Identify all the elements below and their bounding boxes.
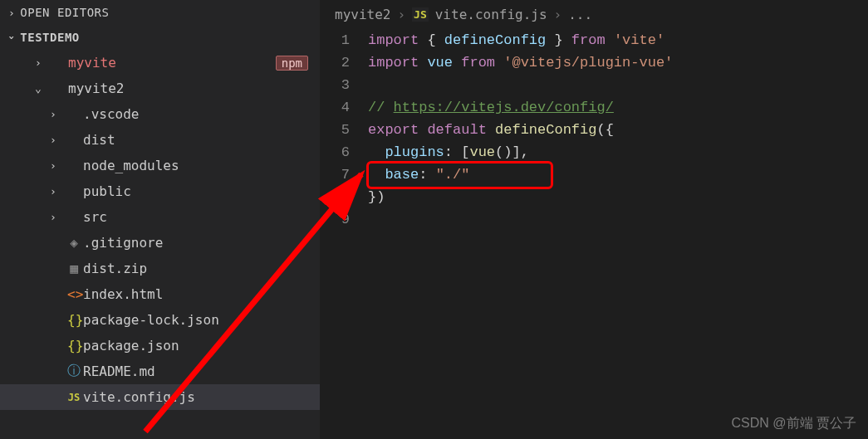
chevron-right-icon: › xyxy=(50,211,65,223)
chevron-right-icon: › xyxy=(50,134,65,146)
watermark-text: CSDN @前端 贾公子 xyxy=(732,415,856,432)
open-editors-label: OPEN EDITORS xyxy=(20,6,109,19)
line-number: 1 xyxy=(320,29,350,51)
js-icon: JS xyxy=(412,7,429,22)
tree-file[interactable]: {}package-lock.json xyxy=(0,307,320,333)
tree-folder[interactable]: ›myvitenpm xyxy=(0,50,320,76)
tree-folder[interactable]: ⌄myvite2 xyxy=(0,76,320,101)
tree-item-label: dist xyxy=(83,132,115,148)
line-number: 4 xyxy=(320,96,350,119)
npm-badge[interactable]: npm xyxy=(276,56,308,71)
breadcrumb-part[interactable]: myvite2 xyxy=(335,7,390,22)
tree-item-label: package.json xyxy=(83,338,179,354)
tree-file[interactable]: <>index.html xyxy=(0,281,320,307)
tree-item-label: .gitignore xyxy=(83,235,163,251)
tree-item-label: README.md xyxy=(83,363,155,379)
js-icon: JS xyxy=(65,392,83,403)
code-line[interactable]: }) xyxy=(368,186,868,208)
tree-file[interactable]: JSvite.config.js xyxy=(0,384,320,410)
code-line[interactable]: import { defineConfig } from 'vite' xyxy=(368,29,868,51)
tree-item-label: myvite xyxy=(68,55,116,71)
code-line[interactable]: import vue from '@vitejs/plugin-vue' xyxy=(368,51,868,74)
tree-item-label: node_modules xyxy=(83,158,179,173)
breadcrumb-part[interactable]: vite.config.js xyxy=(435,7,547,22)
tree-item-label: index.html xyxy=(83,286,163,302)
line-number: 9 xyxy=(320,208,350,231)
code-line[interactable]: // https://vitejs.dev/config/ xyxy=(368,96,868,119)
breadcrumb[interactable]: myvite2 › JS vite.config.js › ... xyxy=(320,0,868,29)
zip-icon: ▦ xyxy=(65,261,83,276)
tree-folder[interactable]: ›node_modules xyxy=(0,153,320,178)
chevron-down-icon: ⌄ xyxy=(35,82,50,95)
line-number: 3 xyxy=(320,74,350,96)
tree-folder[interactable]: ›src xyxy=(0,204,320,230)
tree-item-label: vite.config.js xyxy=(83,389,195,405)
tree-file[interactable]: {}package.json xyxy=(0,333,320,359)
code-line[interactable] xyxy=(368,208,868,231)
file-tree: ›myvitenpm⌄myvite2›.vscode›dist›node_mod… xyxy=(0,50,320,410)
code-line[interactable]: base: "./" xyxy=(368,163,868,186)
tree-item-label: myvite2 xyxy=(68,80,124,96)
tree-item-label: dist.zip xyxy=(83,261,147,276)
line-number: 2 xyxy=(320,51,350,74)
chevron-right-icon: › xyxy=(50,108,65,120)
chevron-down-icon: › xyxy=(6,34,18,41)
chevron-right-icon: › xyxy=(8,7,15,19)
gitignore-icon: ◈ xyxy=(65,235,83,251)
line-number: 7 xyxy=(320,163,350,186)
tree-file[interactable]: ◈.gitignore xyxy=(0,230,320,256)
chevron-right-icon: › xyxy=(397,7,405,22)
json-icon: {} xyxy=(65,338,83,354)
code-line[interactable]: plugins: [vue()], xyxy=(368,141,868,163)
code-line[interactable]: export default defineConfig({ xyxy=(368,119,868,141)
info-icon: ⓘ xyxy=(65,363,83,380)
json-icon: {} xyxy=(65,312,83,328)
project-root-label: TESTDEMO xyxy=(20,31,79,44)
code-content[interactable]: import { defineConfig } from 'vite'impor… xyxy=(368,29,868,439)
code-editor[interactable]: 123456789 import { defineConfig } from '… xyxy=(320,29,868,439)
tree-folder[interactable]: ›public xyxy=(0,178,320,204)
chevron-right-icon: › xyxy=(35,56,50,69)
chevron-right-icon: › xyxy=(554,7,562,22)
tree-file[interactable]: ▦dist.zip xyxy=(0,256,320,281)
line-number-gutter: 123456789 xyxy=(320,29,368,439)
html-icon: <> xyxy=(65,286,83,302)
code-line[interactable] xyxy=(368,74,868,96)
chevron-right-icon: › xyxy=(50,185,65,198)
tree-folder[interactable]: ›dist xyxy=(0,127,320,153)
line-number: 5 xyxy=(320,119,350,141)
tree-item-label: public xyxy=(83,183,131,199)
tree-item-label: .vscode xyxy=(83,106,139,122)
chevron-right-icon: › xyxy=(50,159,65,172)
editor-pane: myvite2 › JS vite.config.js › ... 123456… xyxy=(320,0,868,439)
tree-item-label: src xyxy=(83,209,107,225)
project-root-header[interactable]: › TESTDEMO xyxy=(0,25,320,50)
line-number: 8 xyxy=(320,186,350,208)
open-editors-header[interactable]: › OPEN EDITORS xyxy=(0,0,320,25)
tree-file[interactable]: ⓘREADME.md xyxy=(0,359,320,384)
tree-item-label: package-lock.json xyxy=(83,312,219,328)
sidebar: › OPEN EDITORS › TESTDEMO ›myvitenpm⌄myv… xyxy=(0,0,320,439)
breadcrumb-part[interactable]: ... xyxy=(568,7,592,22)
line-number: 6 xyxy=(320,141,350,163)
tree-folder[interactable]: ›.vscode xyxy=(0,101,320,127)
